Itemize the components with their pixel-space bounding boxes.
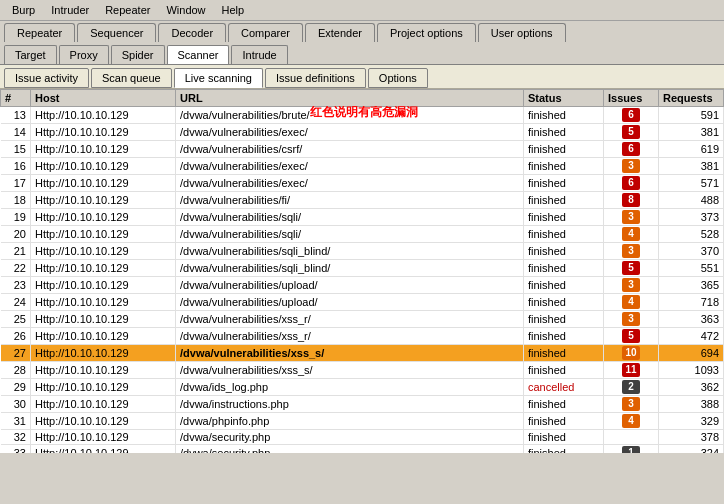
cell-host: Http://10.10.10.129	[31, 294, 176, 311]
cell-status: finished	[524, 209, 604, 226]
cell-url: /dvwa/vulnerabilities/exec/	[176, 158, 524, 175]
table-row[interactable]: 30Http://10.10.10.129/dvwa/instructions.…	[1, 396, 724, 413]
cell-issues: 3	[604, 277, 659, 294]
cell-url: /dvwa/ids_log.php	[176, 379, 524, 396]
table-row[interactable]: 16Http://10.10.10.129/dvwa/vulnerabiliti…	[1, 158, 724, 175]
cell-requests: 718	[659, 294, 724, 311]
cell-issues: 5	[604, 260, 659, 277]
cell-number: 14	[1, 124, 31, 141]
cell-number: 27	[1, 345, 31, 362]
table-row[interactable]: 14Http://10.10.10.129/dvwa/vulnerabiliti…	[1, 124, 724, 141]
cell-host: Http://10.10.10.129	[31, 192, 176, 209]
table-row[interactable]: 26Http://10.10.10.129/dvwa/vulnerabiliti…	[1, 328, 724, 345]
table-row[interactable]: 24Http://10.10.10.129/dvwa/vulnerabiliti…	[1, 294, 724, 311]
menu-repeater[interactable]: Repeater	[97, 2, 158, 18]
tab-project-options[interactable]: Project options	[377, 23, 476, 42]
cell-host: Http://10.10.10.129	[31, 396, 176, 413]
cell-url: /dvwa/vulnerabilities/brute/	[176, 107, 524, 124]
cell-requests: 365	[659, 277, 724, 294]
cell-status: finished	[524, 311, 604, 328]
cell-host: Http://10.10.10.129	[31, 430, 176, 445]
cell-issues: 5	[604, 328, 659, 345]
col-number: #	[1, 90, 31, 107]
table-row[interactable]: 15Http://10.10.10.129/dvwa/vulnerabiliti…	[1, 141, 724, 158]
table-row[interactable]: 22Http://10.10.10.129/dvwa/vulnerabiliti…	[1, 260, 724, 277]
cell-url: /dvwa/vulnerabilities/sqli/	[176, 226, 524, 243]
subtab-proxy[interactable]: Proxy	[59, 45, 109, 64]
cell-host: Http://10.10.10.129	[31, 328, 176, 345]
cell-requests: 373	[659, 209, 724, 226]
cell-host: Http://10.10.10.129	[31, 277, 176, 294]
cell-requests: 551	[659, 260, 724, 277]
table-row[interactable]: 19Http://10.10.10.129/dvwa/vulnerabiliti…	[1, 209, 724, 226]
table-row[interactable]: 28Http://10.10.10.129/dvwa/vulnerabiliti…	[1, 362, 724, 379]
cell-host: Http://10.10.10.129	[31, 175, 176, 192]
cell-requests: 571	[659, 175, 724, 192]
subtab-scanner[interactable]: Scanner	[167, 45, 230, 64]
tab-extender[interactable]: Extender	[305, 23, 375, 42]
tab-issue-activity[interactable]: Issue activity	[4, 68, 89, 88]
cell-number: 23	[1, 277, 31, 294]
cell-host: Http://10.10.10.129	[31, 226, 176, 243]
table-row[interactable]: 20Http://10.10.10.129/dvwa/vulnerabiliti…	[1, 226, 724, 243]
tab-scan-queue[interactable]: Scan queue	[91, 68, 172, 88]
cell-number: 33	[1, 445, 31, 454]
cell-status: finished	[524, 226, 604, 243]
cell-requests: 472	[659, 328, 724, 345]
cell-url: /dvwa/vulnerabilities/fi/	[176, 192, 524, 209]
menu-burp[interactable]: Burp	[4, 2, 43, 18]
cell-requests: 363	[659, 311, 724, 328]
subtab-intrude[interactable]: Intrude	[231, 45, 287, 64]
cell-status: finished	[524, 294, 604, 311]
table-row[interactable]: 18Http://10.10.10.129/dvwa/vulnerabiliti…	[1, 192, 724, 209]
col-url: URL	[176, 90, 524, 107]
cell-host: Http://10.10.10.129	[31, 209, 176, 226]
cell-url: /dvwa/vulnerabilities/upload/	[176, 277, 524, 294]
cell-number: 31	[1, 413, 31, 430]
cell-issues: 4	[604, 226, 659, 243]
table-row[interactable]: 27Http://10.10.10.129/dvwa/vulnerabiliti…	[1, 345, 724, 362]
cell-status: finished	[524, 124, 604, 141]
tab-user-options[interactable]: User options	[478, 23, 566, 42]
subtab-target[interactable]: Target	[4, 45, 57, 64]
subtab-spider[interactable]: Spider	[111, 45, 165, 64]
tab-comparer[interactable]: Comparer	[228, 23, 303, 42]
cell-status: finished	[524, 158, 604, 175]
tab-options[interactable]: Options	[368, 68, 428, 88]
cell-url: /dvwa/vulnerabilities/xss_s/	[176, 345, 524, 362]
table-row[interactable]: 29Http://10.10.10.129/dvwa/ids_log.phpca…	[1, 379, 724, 396]
table-row[interactable]: 17Http://10.10.10.129/dvwa/vulnerabiliti…	[1, 175, 724, 192]
menu-intruder[interactable]: Intruder	[43, 2, 97, 18]
cell-url: /dvwa/instructions.php	[176, 396, 524, 413]
cell-url: /dvwa/vulnerabilities/exec/	[176, 175, 524, 192]
cell-issues: 6	[604, 107, 659, 124]
table-row[interactable]: 23Http://10.10.10.129/dvwa/vulnerabiliti…	[1, 277, 724, 294]
table-row[interactable]: 21Http://10.10.10.129/dvwa/vulnerabiliti…	[1, 243, 724, 260]
table-row[interactable]: 13Http://10.10.10.129/dvwa/vulnerabiliti…	[1, 107, 724, 124]
tab-repeater[interactable]: Repeater	[4, 23, 75, 42]
col-requests: Requests	[659, 90, 724, 107]
cell-url: /dvwa/vulnerabilities/csrf/	[176, 141, 524, 158]
menu-window[interactable]: Window	[158, 2, 213, 18]
table-row[interactable]: 33Http://10.10.10.129/dvwa/security.phpf…	[1, 445, 724, 454]
tab-sequencer[interactable]: Sequencer	[77, 23, 156, 42]
cell-status: finished	[524, 413, 604, 430]
menu-help[interactable]: Help	[214, 2, 253, 18]
table-row[interactable]: 32Http://10.10.10.129/dvwa/security.phpf…	[1, 430, 724, 445]
cell-number: 19	[1, 209, 31, 226]
cell-number: 24	[1, 294, 31, 311]
cell-number: 13	[1, 107, 31, 124]
cell-url: /dvwa/vulnerabilities/sqli/	[176, 209, 524, 226]
cell-url: /dvwa/security.php	[176, 430, 524, 445]
table-header-row: # Host URL Status Issues Requests	[1, 90, 724, 107]
cell-url: /dvwa/vulnerabilities/exec/	[176, 124, 524, 141]
main-tab-bar: Repeater Sequencer Decoder Comparer Exte…	[0, 21, 724, 42]
table-row[interactable]: 31Http://10.10.10.129/dvwa/phpinfo.phpfi…	[1, 413, 724, 430]
cell-issues: 2	[604, 379, 659, 396]
tab-live-scanning[interactable]: Live scanning	[174, 68, 263, 88]
table-row[interactable]: 25Http://10.10.10.129/dvwa/vulnerabiliti…	[1, 311, 724, 328]
tab-decoder[interactable]: Decoder	[158, 23, 226, 42]
toolbar-tab-bar: Issue activity Scan queue Live scanning …	[0, 65, 724, 89]
tab-issue-definitions[interactable]: Issue definitions	[265, 68, 366, 88]
cell-url: /dvwa/vulnerabilities/sqli_blind/	[176, 243, 524, 260]
